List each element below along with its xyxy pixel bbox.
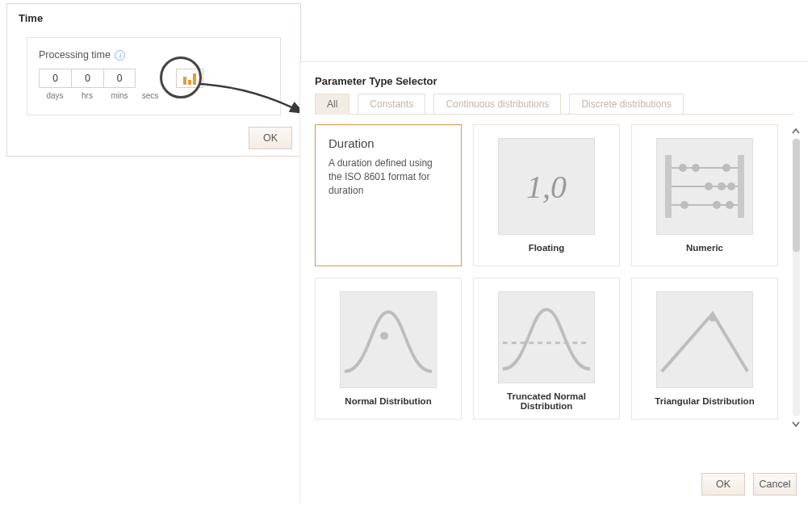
floating-thumb: 1,0 [498,138,595,235]
processing-time-label: Processing time i [39,49,269,61]
tab-all[interactable]: All [315,94,349,115]
hrs-unit: hrs [71,91,103,100]
svg-point-10 [727,182,735,190]
time-ok-button[interactable]: OK [249,127,292,149]
triangular-thumb [656,291,753,388]
card-floating[interactable]: 1,0 Floating [473,124,620,266]
selector-ok-button[interactable]: OK [701,473,745,496]
svg-point-5 [679,164,687,172]
svg-point-8 [705,182,713,190]
card-numeric[interactable]: Numeric [631,124,778,266]
hrs-cell: hrs [71,69,103,100]
mins-unit: mins [103,91,136,100]
distribution-picker-button[interactable] [176,69,203,88]
normal-thumb [340,291,437,388]
bar-chart-icon [193,73,196,85]
svg-point-6 [692,164,700,172]
secs-cell: secs [136,69,165,100]
selector-footer: OK Cancel [701,473,797,496]
card-grid-wrap: Duration A duration defined using the IS… [315,124,803,431]
processing-time-text: Processing time [39,49,111,61]
card-duration-title: Duration [329,136,375,150]
days-unit: days [39,91,71,100]
truncated-normal-icon [499,293,594,382]
mins-cell: mins [103,69,136,100]
info-icon[interactable]: i [115,50,125,61]
svg-point-7 [722,164,730,172]
scrollbar-track[interactable] [793,139,800,416]
card-triangular[interactable]: Triangular Distribution [631,278,778,420]
bar-chart-icon [183,77,186,85]
time-dialog: Time Processing time i days hrs mins sec… [6,3,301,157]
card-normal[interactable]: Normal Distribution [315,278,462,420]
selector-tabs: All Constants Continuous distributions D… [300,94,808,115]
time-footer: OK [241,120,300,156]
tab-discrete[interactable]: Discrete distributions [569,94,683,115]
scroll-down-arrow-icon[interactable] [789,416,803,431]
hrs-input[interactable] [71,69,103,88]
mins-input[interactable] [103,69,136,88]
processing-time-group: Processing time i days hrs mins secs [27,37,281,115]
svg-point-9 [718,182,726,190]
abacus-icon [660,150,749,223]
floating-caption: Floating [529,243,565,253]
triangular-icon [657,295,752,384]
card-duration-desc: A duration defined using the ISO 8601 fo… [329,157,448,197]
card-truncated-normal[interactable]: Truncated Normal Distribution [473,278,620,420]
parameter-type-selector-dialog: Parameter Type Selector All Constants Co… [299,61,808,504]
selector-cancel-button[interactable]: Cancel [753,473,797,496]
scrollbar-thumb[interactable] [793,139,800,252]
days-input[interactable] [39,69,71,88]
bar-chart-icon [188,80,191,85]
secs-unit: secs [142,91,159,100]
svg-point-12 [713,201,721,209]
scroll-up-arrow-icon[interactable] [789,124,803,139]
svg-rect-1 [738,155,744,218]
triangular-caption: Triangular Distribution [655,396,754,406]
svg-rect-0 [665,155,672,218]
card-duration[interactable]: Duration A duration defined using the IS… [315,124,462,266]
truncated-caption: Truncated Normal Distribution [482,391,611,411]
selector-scrollbar[interactable] [789,124,803,431]
svg-point-14 [380,332,388,340]
truncated-thumb [498,291,595,383]
card-grid: Duration A duration defined using the IS… [315,124,785,431]
normal-caption: Normal Distribution [345,396,431,406]
floating-sample-text: 1,0 [526,168,567,206]
time-input-row: days hrs mins secs [39,69,269,100]
days-cell: days [39,69,71,100]
numeric-thumb [656,138,753,235]
tab-continuous[interactable]: Continuous distributions [433,94,561,115]
tab-constants[interactable]: Constants [358,94,425,115]
svg-point-16 [709,316,716,322]
normal-curve-icon [341,295,436,384]
svg-point-13 [726,201,734,209]
svg-point-11 [680,201,689,209]
time-title: Time [7,4,300,27]
numeric-caption: Numeric [686,243,723,253]
selector-title: Parameter Type Selector [300,62,808,94]
